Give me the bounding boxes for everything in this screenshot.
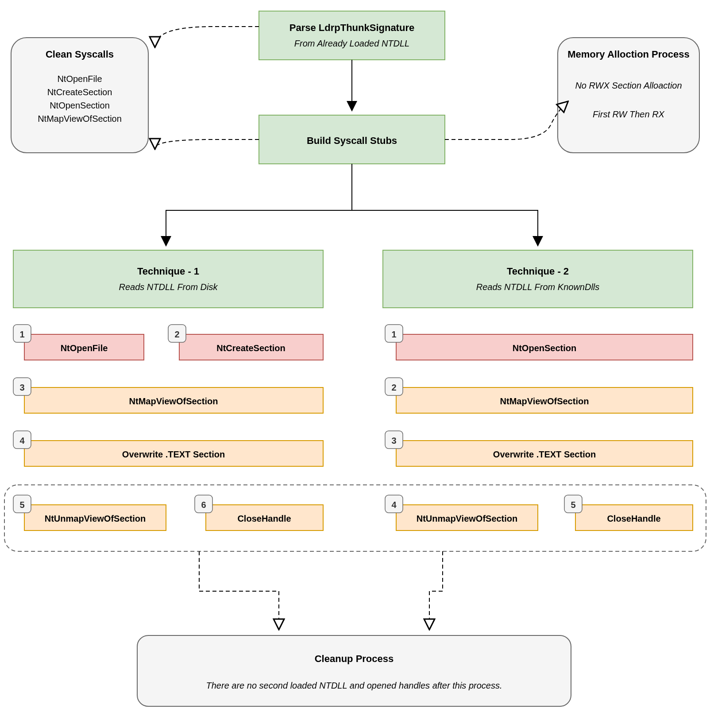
tech1-step6-label: CloseHandle: [237, 514, 291, 523]
tech1-step3-label: NtMapViewOfSection: [129, 396, 218, 406]
cleanup-title: Cleanup Process: [315, 653, 394, 664]
tech1-step4-n: 4: [19, 436, 25, 445]
diagram-canvas: Clean Syscalls NtOpenFile NtCreateSectio…: [0, 0, 710, 728]
tech1-step1-label: NtOpenFile: [61, 343, 108, 353]
tech1-step3: NtMapViewOfSection 3: [13, 378, 323, 413]
tech1-step5-label: NtUnmapViewOfSection: [45, 514, 146, 523]
tech2-step2-n: 2: [391, 383, 396, 392]
tech2-step1-n: 1: [391, 329, 396, 339]
parse-box: Parse LdrpThunkSignature From Already Lo…: [259, 11, 445, 60]
svg-rect-2: [259, 11, 445, 60]
tech2-step2-label: NtMapViewOfSection: [500, 396, 589, 406]
arrow-build-to-tech1: [166, 164, 352, 246]
build-title: Build Syscall Stubs: [307, 135, 397, 146]
arrow-build-to-clean: [155, 139, 259, 148]
tech1-step4-label: Overwrite .TEXT Section: [122, 449, 225, 459]
tech2-step3-n: 3: [391, 436, 396, 445]
svg-rect-4: [13, 250, 323, 308]
clean-syscalls-box: Clean Syscalls NtOpenFile NtCreateSectio…: [11, 38, 148, 153]
cleanup-sub: There are no second loaded NTDLL and ope…: [206, 681, 502, 690]
parse-title: Parse LdrpThunkSignature: [289, 22, 414, 33]
arrow-build-to-mem: [445, 102, 567, 139]
tech2-title: Technique - 2: [507, 266, 569, 277]
tech2-step2: NtMapViewOfSection 2: [385, 378, 693, 413]
svg-rect-28: [137, 635, 571, 706]
technique2-box: Technique - 2 Reads NTDLL From KnownDlls: [383, 250, 693, 308]
mem-line2: First RW Then RX: [593, 109, 665, 119]
arrow-group-to-cleanup-left: [199, 551, 279, 629]
clean-item-3: NtMapViewOfSection: [38, 114, 122, 124]
clean-title: Clean Syscalls: [46, 49, 114, 60]
tech1-step6: CloseHandle 6: [195, 495, 323, 531]
cleanup-box: Cleanup Process There are no second load…: [137, 635, 571, 706]
tech1-step1: NtOpenFile 1: [13, 325, 144, 360]
build-box: Build Syscall Stubs: [259, 115, 445, 164]
arrow-build-to-tech2: [352, 210, 538, 246]
tech2-step3: Overwrite .TEXT Section 3: [385, 431, 693, 466]
clean-item-1: NtCreateSection: [47, 87, 112, 97]
tech2-sub: Reads NTDLL From KnownDlls: [476, 282, 600, 292]
tech1-step5: NtUnmapViewOfSection 5: [13, 495, 166, 531]
tech2-step5-n: 5: [571, 500, 575, 510]
arrow-parse-to-clean: [155, 27, 259, 46]
arrow-group-to-cleanup-right: [429, 551, 443, 629]
tech2-step1: NtOpenSection 1: [385, 325, 693, 360]
tech2-step5-label: CloseHandle: [607, 514, 660, 523]
tech1-step2-label: NtCreateSection: [216, 343, 286, 353]
mem-title: Memory Alloction Process: [567, 49, 689, 60]
tech2-step3-label: Overwrite .TEXT Section: [493, 449, 596, 459]
parse-sub: From Already Loaded NTDLL: [294, 39, 410, 48]
tech1-step6-n: 6: [201, 500, 206, 510]
tech2-step4-label: NtUnmapViewOfSection: [417, 514, 518, 523]
tech1-step5-n: 5: [19, 500, 24, 510]
technique1-box: Technique - 1 Reads NTDLL From Disk: [13, 250, 323, 308]
tech1-step2-n: 2: [174, 329, 179, 339]
memory-allocation-box: Memory Alloction Process No RWX Section …: [558, 38, 699, 153]
tech2-step5: CloseHandle 5: [564, 495, 693, 531]
tech1-step1-n: 1: [19, 329, 24, 339]
clean-item-0: NtOpenFile: [57, 74, 102, 84]
mem-line1: No RWX Section Alloaction: [575, 81, 682, 90]
tech1-sub: Reads NTDLL From Disk: [119, 282, 218, 292]
tech1-title: Technique - 1: [137, 266, 199, 277]
tech2-step4: NtUnmapViewOfSection 4: [385, 495, 538, 531]
svg-rect-5: [383, 250, 693, 308]
tech1-step2: NtCreateSection 2: [168, 325, 323, 360]
tech2-step4-n: 4: [391, 500, 397, 510]
tech1-step3-n: 3: [19, 383, 24, 392]
tech1-step4: Overwrite .TEXT Section 4: [13, 431, 323, 466]
tech2-step1-label: NtOpenSection: [513, 343, 576, 353]
clean-item-2: NtOpenSection: [50, 101, 110, 110]
